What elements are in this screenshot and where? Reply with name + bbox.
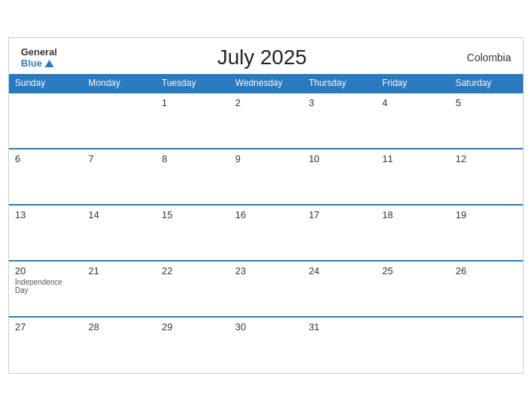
calendar-cell: 8 xyxy=(156,149,229,205)
day-number: 17 xyxy=(309,209,370,220)
calendar-cell: 3 xyxy=(303,93,376,149)
day-number: 16 xyxy=(235,209,297,220)
calendar-container: General Blue July 2025 Colombia SundayMo… xyxy=(8,37,524,374)
day-number: 4 xyxy=(382,97,443,108)
day-number: 7 xyxy=(88,153,149,164)
calendar-cell: 20Independence Day xyxy=(9,261,82,317)
calendar-title: July 2025 xyxy=(217,46,307,69)
calendar-cell: 24 xyxy=(303,261,376,317)
logo-general-text: General xyxy=(21,46,57,58)
calendar-cell: 17 xyxy=(303,205,376,261)
day-number: 8 xyxy=(162,153,223,164)
calendar-cell: 4 xyxy=(376,93,449,149)
day-number: 18 xyxy=(382,209,443,220)
day-number: 29 xyxy=(162,321,223,333)
calendar-cell: 31 xyxy=(303,317,376,373)
day-number: 20 xyxy=(15,265,76,276)
day-number: 19 xyxy=(456,209,517,220)
weekday-header-row: SundayMondayTuesdayWednesdayThursdayFrid… xyxy=(9,74,523,93)
day-number: 28 xyxy=(88,321,149,333)
day-number: 27 xyxy=(15,321,76,333)
day-number: 14 xyxy=(88,209,149,220)
week-row-3: 13141516171819 xyxy=(9,205,523,261)
weekday-header-saturday: Saturday xyxy=(450,74,523,93)
calendar-cell: 22 xyxy=(156,261,229,317)
calendar-cell: 2 xyxy=(229,93,303,149)
calendar-header: General Blue July 2025 Colombia xyxy=(9,38,523,74)
calendar-cell: 19 xyxy=(450,205,523,261)
calendar-cell: 26 xyxy=(450,261,523,317)
day-number: 15 xyxy=(162,209,223,220)
calendar-cell: 11 xyxy=(376,149,449,205)
calendar-cell: 12 xyxy=(450,149,523,205)
calendar-cell: 28 xyxy=(82,317,155,373)
calendar-cell xyxy=(82,93,155,149)
day-number: 6 xyxy=(15,153,76,164)
calendar-cell: 15 xyxy=(156,205,229,261)
day-number: 24 xyxy=(309,265,370,276)
day-number: 2 xyxy=(235,97,297,108)
weekday-header-monday: Monday xyxy=(82,74,155,93)
calendar-cell: 23 xyxy=(229,261,303,317)
calendar-cell: 13 xyxy=(9,205,82,261)
weekday-header-sunday: Sunday xyxy=(9,74,82,93)
country-label: Colombia xyxy=(467,52,511,64)
day-number: 10 xyxy=(309,153,370,164)
day-number: 11 xyxy=(382,153,443,164)
day-number: 26 xyxy=(456,265,517,276)
day-number: 30 xyxy=(235,321,297,333)
weekday-header-tuesday: Tuesday xyxy=(156,74,229,93)
calendar-cell: 6 xyxy=(9,149,82,205)
day-number: 23 xyxy=(235,265,297,276)
day-number: 22 xyxy=(162,265,223,276)
week-row-1: 12345 xyxy=(9,93,523,149)
calendar-cell: 30 xyxy=(229,317,303,373)
calendar-cell: 10 xyxy=(303,149,376,205)
calendar-cell: 27 xyxy=(9,317,82,373)
calendar-grid: SundayMondayTuesdayWednesdayThursdayFrid… xyxy=(9,74,523,373)
calendar-cell: 29 xyxy=(156,317,229,373)
week-row-4: 20Independence Day212223242526 xyxy=(9,261,523,317)
day-number: 31 xyxy=(309,321,370,333)
day-number: 3 xyxy=(309,97,370,108)
day-number: 25 xyxy=(382,265,443,276)
calendar-cell xyxy=(9,93,82,149)
calendar-cell: 5 xyxy=(450,93,523,149)
calendar-cell: 25 xyxy=(376,261,449,317)
logo-triangle-icon xyxy=(45,60,54,67)
logo-blue-text: Blue xyxy=(21,58,54,69)
week-row-2: 6789101112 xyxy=(9,149,523,205)
calendar-cell: 16 xyxy=(229,205,303,261)
week-row-5: 2728293031 xyxy=(9,317,523,373)
weekday-header-wednesday: Wednesday xyxy=(229,74,303,93)
day-number: 5 xyxy=(456,97,517,108)
calendar-cell: 9 xyxy=(229,149,303,205)
calendar-cell: 21 xyxy=(82,261,155,317)
calendar-cell: 18 xyxy=(376,205,449,261)
day-number: 12 xyxy=(456,153,517,164)
calendar-cell: 14 xyxy=(82,205,155,261)
day-number: 21 xyxy=(88,265,149,276)
calendar-cell xyxy=(376,317,449,373)
holiday-label: Independence Day xyxy=(15,278,76,294)
weekday-header-friday: Friday xyxy=(376,74,449,93)
weekday-header-thursday: Thursday xyxy=(303,74,376,93)
calendar-cell: 1 xyxy=(156,93,229,149)
day-number: 13 xyxy=(15,209,76,220)
day-number: 9 xyxy=(235,153,297,164)
day-number: 1 xyxy=(162,97,223,108)
calendar-cell: 7 xyxy=(82,149,155,205)
calendar-cell xyxy=(450,317,523,373)
logo-area: General Blue xyxy=(21,46,57,69)
